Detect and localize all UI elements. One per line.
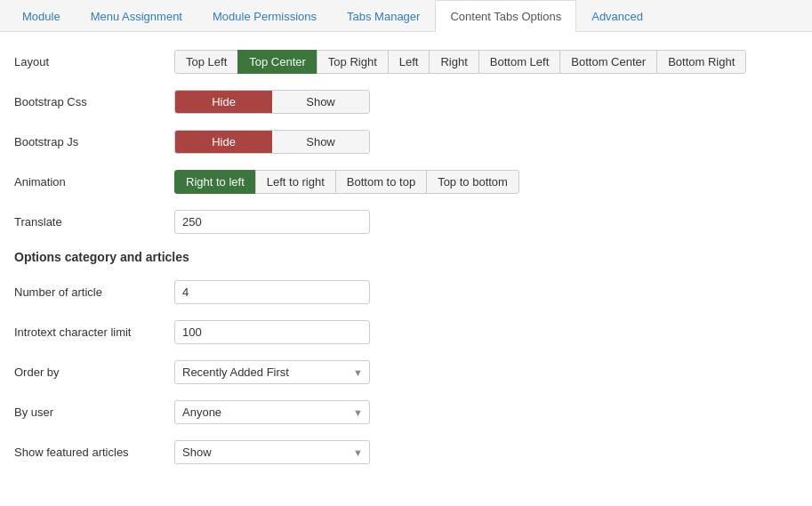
bootstrap-css-toggle: Hide Show <box>174 90 370 114</box>
order-by-select[interactable]: Recently Added First Recently Modified F… <box>174 360 370 384</box>
animation-row: Animation Right to left Left to right Bo… <box>14 170 798 194</box>
bootstrap-js-show[interactable]: Show <box>272 131 369 153</box>
by-user-label: By user <box>14 406 174 419</box>
translate-input[interactable] <box>174 210 370 234</box>
show-featured-select[interactable]: Show Hide <box>174 440 370 464</box>
tab-module[interactable]: Module <box>7 0 76 32</box>
bootstrap-js-label: Bootstrap Js <box>14 135 174 149</box>
order-by-label: Order by <box>14 365 174 379</box>
layout-right[interactable]: Right <box>429 50 478 74</box>
by-user-row: By user Anyone Logged In Guest ▼ <box>14 400 798 424</box>
animation-btn-group: Right to left Left to right Bottom to to… <box>174 170 519 194</box>
translate-label: Translate <box>14 215 174 229</box>
layout-top-center[interactable]: Top Center <box>237 50 318 74</box>
bootstrap-js-row: Bootstrap Js Hide Show <box>14 130 798 154</box>
bootstrap-js-hide[interactable]: Hide <box>175 131 272 153</box>
number-of-article-input[interactable] <box>174 280 370 304</box>
by-user-select[interactable]: Anyone Logged In Guest <box>174 400 370 424</box>
number-of-article-row: Number of article <box>14 280 798 304</box>
content-area: Layout Top Left Top Center Top Right Lef… <box>0 32 812 498</box>
bootstrap-css-row: Bootstrap Css Hide Show <box>14 90 798 114</box>
layout-left[interactable]: Left <box>388 50 430 74</box>
options-section-heading: Options category and articles <box>14 250 798 264</box>
introtext-char-limit-input[interactable] <box>174 320 370 344</box>
tab-tabs-manager[interactable]: Tabs Manager <box>332 0 435 32</box>
bootstrap-css-show[interactable]: Show <box>272 91 369 113</box>
layout-bottom-left[interactable]: Bottom Left <box>478 50 560 74</box>
introtext-char-limit-label: Introtext character limit <box>14 325 174 339</box>
order-by-row: Order by Recently Added First Recently M… <box>14 360 798 384</box>
layout-top-left[interactable]: Top Left <box>174 50 238 74</box>
introtext-char-limit-row: Introtext character limit <box>14 320 798 344</box>
by-user-select-wrap: Anyone Logged In Guest ▼ <box>174 400 370 424</box>
animation-bottom-to-top[interactable]: Bottom to top <box>335 170 427 194</box>
show-featured-select-wrap: Show Hide ▼ <box>174 440 370 464</box>
layout-top-right[interactable]: Top Right <box>317 50 389 74</box>
tab-advanced[interactable]: Advanced <box>576 0 658 32</box>
animation-left-to-right[interactable]: Left to right <box>255 170 336 194</box>
layout-bottom-center[interactable]: Bottom Center <box>559 50 657 74</box>
animation-label: Animation <box>14 175 174 189</box>
tab-module-permissions[interactable]: Module Permissions <box>197 0 332 32</box>
tab-content-tabs-options[interactable]: Content Tabs Options <box>435 0 576 32</box>
bootstrap-css-hide[interactable]: Hide <box>175 91 272 113</box>
translate-row: Translate <box>14 210 798 234</box>
number-of-article-label: Number of article <box>14 285 174 299</box>
bootstrap-js-toggle: Hide Show <box>174 130 370 154</box>
show-featured-label: Show featured articles <box>14 446 174 459</box>
bootstrap-css-label: Bootstrap Css <box>14 95 174 108</box>
show-featured-row: Show featured articles Show Hide ▼ <box>14 440 798 464</box>
animation-top-to-bottom[interactable]: Top to bottom <box>426 170 519 194</box>
tab-menu-assignment[interactable]: Menu Assignment <box>76 0 197 32</box>
layout-row: Layout Top Left Top Center Top Right Lef… <box>14 50 798 74</box>
layout-btn-group: Top Left Top Center Top Right Left Right… <box>174 50 746 74</box>
order-by-select-wrap: Recently Added First Recently Modified F… <box>174 360 370 384</box>
animation-right-to-left[interactable]: Right to left <box>174 170 256 194</box>
layout-label: Layout <box>14 55 174 68</box>
tabs-bar: Module Menu Assignment Module Permission… <box>0 0 812 32</box>
layout-bottom-right[interactable]: Bottom Right <box>656 50 746 74</box>
